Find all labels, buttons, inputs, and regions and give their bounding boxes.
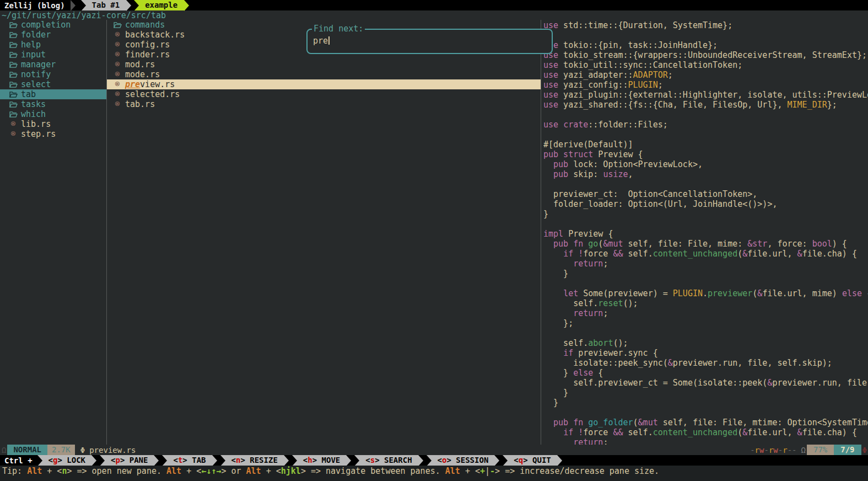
key-letter: g — [53, 456, 57, 464]
keybind-prefix: Ctrl + — [0, 456, 37, 466]
key-letter: n — [236, 456, 240, 464]
dir-row-tasks[interactable]: tasks — [0, 99, 106, 109]
code-line: if !force && self.content_unchanged(&fil… — [543, 427, 868, 437]
file-row-selected-rs[interactable]: ®selected.rs — [107, 89, 541, 99]
file-type-icon: Φ — [80, 445, 85, 455]
keybind-resize: <n> RESIZE — [220, 455, 284, 466]
code-line — [543, 179, 868, 189]
rust-file-icon: ® — [113, 89, 122, 99]
code-line — [543, 279, 868, 288]
zellij-keybind-bar: Ctrl + <g> LOCK<p> PANE<t> TAB<n> RESIZE… — [0, 455, 868, 466]
code-line: impl Preview { — [543, 229, 868, 239]
keybind-pane: <p> PANE — [100, 455, 154, 466]
code-line: use yazi_adapter::ADAPTOR; — [543, 70, 868, 80]
dir-row-which[interactable]: which — [0, 109, 106, 119]
text-cursor — [328, 36, 330, 45]
code-line: pub lock: Option<PreviewLock>, — [543, 159, 868, 169]
tab-list: Tab #1example — [81, 0, 192, 10]
tip-line: Tip: Alt + <n> => open new pane. Alt + <… — [0, 466, 868, 481]
tab-example[interactable]: example — [134, 0, 184, 10]
keybind-session: <o> SESSION — [427, 455, 495, 466]
dir-row-manager[interactable]: manager — [0, 60, 106, 70]
folder-open-icon — [9, 111, 18, 118]
key-letter: o — [442, 456, 446, 464]
folder-open-icon — [9, 91, 18, 98]
code-line: } else { — [543, 368, 868, 378]
file-row-lib-rs[interactable]: ®lib.rs — [0, 119, 106, 129]
code-line: return; — [543, 308, 868, 318]
code-line: use tokio_stream::{wrappers::UnboundedRe… — [543, 50, 868, 60]
code-line: return; — [543, 259, 868, 269]
folder-open-icon — [9, 51, 18, 58]
code-line: previewer_ct: Option<CancellationToken>, — [543, 189, 868, 199]
file-row-mode-rs[interactable]: ®mode.rs — [107, 70, 541, 79]
dir-row-help[interactable]: help — [0, 40, 106, 50]
parent-directory-list: completionfolderhelpinputmanagernotifyse… — [0, 20, 106, 139]
code-line: }; — [543, 318, 868, 328]
rust-file-icon: ® — [9, 129, 18, 139]
item-label: selected.rs — [125, 89, 180, 99]
rust-file-icon: ® — [113, 50, 122, 60]
key-letter: q — [519, 456, 523, 464]
find-dialog-title: Find next: — [312, 24, 365, 34]
tab-tab-1[interactable]: Tab #1 — [81, 0, 127, 10]
folder-open-icon — [9, 81, 18, 88]
rust-file-icon: ® — [113, 99, 122, 109]
status-right-cap-icon: Φ — [861, 445, 868, 455]
pane-divider-right — [541, 20, 541, 445]
item-label: mod.rs — [125, 60, 155, 70]
item-label: tasks — [21, 99, 46, 109]
code-line: } — [543, 269, 868, 279]
code-line: pub skip: usize, — [543, 169, 868, 179]
yazi-status-bar: Ω NORMAL 2.7K Φ preview.rs -rw-rw-r-- Ω … — [0, 445, 868, 455]
code-line — [543, 110, 868, 120]
find-input[interactable]: pre — [313, 36, 330, 46]
item-label: tab.rs — [125, 99, 155, 109]
item-label: mode.rs — [125, 70, 160, 79]
folder-open-icon — [113, 22, 122, 29]
dir-row-input[interactable]: input — [0, 50, 106, 60]
code-line — [543, 130, 868, 140]
cwd-path: ~/git/rust/yazi/yazi-core/src/tab — [2, 10, 166, 20]
dir-row-notify[interactable]: notify — [0, 70, 106, 79]
item-label: lib.rs — [21, 119, 51, 129]
folder-open-icon — [9, 31, 18, 39]
rust-file-icon: ® — [113, 60, 122, 70]
item-label: select — [21, 79, 51, 89]
code-line: self.reset(); — [543, 298, 868, 308]
item-label: folder — [21, 30, 51, 40]
dir-row-select[interactable]: select — [0, 79, 106, 89]
file-row-tab-rs[interactable]: ®tab.rs — [107, 99, 541, 109]
item-label: completion — [21, 20, 71, 30]
item-label: help — [21, 40, 41, 50]
dir-row-tab[interactable]: tab — [0, 89, 106, 99]
item-label: commands — [125, 20, 165, 30]
dir-row-folder[interactable]: folder — [0, 30, 106, 40]
file-row-step-rs[interactable]: ®step.rs — [0, 129, 106, 139]
file-row-mod-rs[interactable]: ®mod.rs — [107, 60, 541, 70]
code-line: return; — [543, 437, 868, 445]
item-label: step.rs — [21, 129, 56, 139]
mode-indicator: NORMAL — [7, 445, 47, 455]
code-line: pub struct Preview { — [543, 149, 868, 159]
item-label: config.rs — [125, 40, 170, 50]
code-line: } — [543, 388, 868, 398]
dir-row-completion[interactable]: completion — [0, 20, 106, 30]
rust-file-icon: ® — [113, 40, 122, 50]
find-next-dialog: Find next: pre — [306, 29, 553, 54]
code-line: use tokio::{pin, task::JoinHandle}; — [543, 40, 868, 50]
keybind-quit: <q> QUIT — [503, 455, 557, 466]
code-line: use std::time::{Duration, SystemTime}; — [543, 20, 868, 30]
key-letter: p — [115, 456, 120, 464]
file-row-preview-rs[interactable]: ®preview.rs — [107, 79, 541, 89]
folder-open-icon — [9, 101, 18, 108]
code-line: if previewer.sync { — [543, 348, 868, 358]
item-label: input — [21, 50, 46, 60]
find-input-value: pre — [313, 36, 328, 46]
code-line — [543, 408, 868, 418]
status-left-cap-icon: Ω — [0, 445, 7, 455]
status-filename: preview.rs — [89, 445, 136, 455]
scroll-percent: 77% — [807, 445, 834, 455]
find-match-highlight: pre — [125, 79, 140, 89]
status-separator-icon: Ω — [801, 445, 806, 455]
